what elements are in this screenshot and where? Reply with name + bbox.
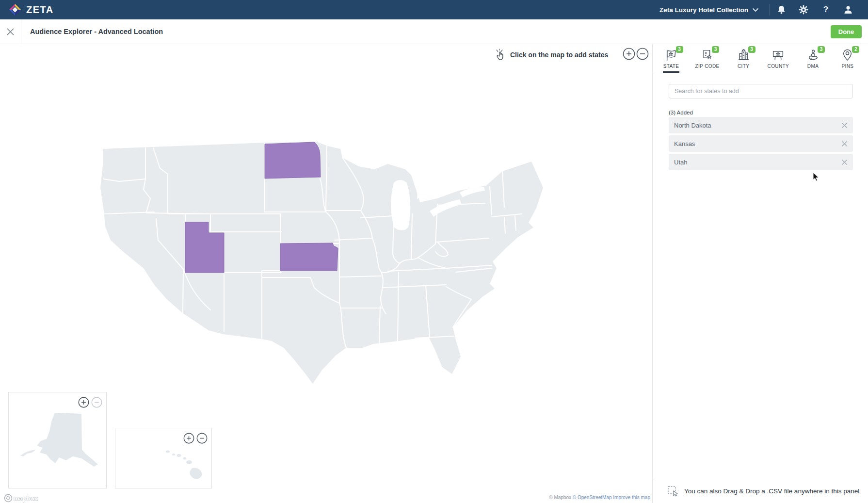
zeta-logo-icon (9, 3, 21, 16)
minus-icon (196, 433, 208, 444)
account-selector[interactable]: Zeta Luxury Hotel Collection (659, 6, 770, 14)
tab-county[interactable]: COUNTY (768, 44, 789, 73)
help-icon: ? (823, 5, 828, 15)
settings-button[interactable] (792, 5, 815, 15)
user-icon (843, 5, 853, 15)
close-icon (6, 28, 15, 36)
attribution-mapbox: © Mapbox (549, 495, 571, 500)
page-title: Audience Explorer - Advanced Location (30, 28, 163, 35)
remove-x-icon (841, 122, 848, 129)
brand-name: ZETA (26, 4, 54, 16)
tab-zip-badge: 3 (712, 46, 719, 53)
alaska-zoom-out-button[interactable] (91, 397, 102, 410)
gear-icon (799, 5, 808, 15)
hawaii-inset-map[interactable] (115, 428, 212, 488)
map-zoom-out-button[interactable] (636, 48, 649, 60)
user-menu-button[interactable] (837, 5, 859, 15)
tab-dma[interactable]: 3 DMA (803, 44, 824, 73)
remove-x-icon (841, 159, 848, 165)
top-navbar: ZETA Zeta Luxury Hotel Collection (0, 0, 868, 19)
mapbox-logo[interactable]: mapbox (4, 494, 40, 503)
state-search-input[interactable] (669, 84, 853, 98)
notifications-button[interactable] (770, 5, 792, 15)
tab-city[interactable]: 3 CITY (733, 44, 754, 73)
hawaii-zoom-out-button[interactable] (196, 433, 208, 446)
added-states-list: North Dakota Kansas Utah (669, 117, 853, 170)
tab-dma-badge: 3 (818, 46, 825, 53)
tab-zip-code[interactable]: 3 ZIP CODE (695, 44, 719, 73)
csv-drop-hint: You can also Drag & Drop a .CSV file any… (653, 479, 868, 503)
list-item: Kansas (669, 135, 853, 152)
list-item: North Dakota (669, 117, 853, 133)
tab-pins[interactable]: 2 PINS (837, 44, 858, 73)
remove-state-button[interactable] (841, 159, 848, 165)
minus-icon (91, 397, 102, 408)
hawaii-zoom-in-button[interactable] (183, 433, 194, 446)
added-count-label: (3) Added (669, 110, 693, 115)
page-header: Audience Explorer - Advanced Location Do… (0, 19, 868, 44)
map-hint: Click on the map to add states (495, 49, 608, 61)
tap-icon (495, 49, 506, 61)
added-state-name: Kansas (674, 140, 695, 147)
mapbox-logo-icon: mapbox (4, 494, 40, 503)
location-type-tabs: 3 STATE 3 ZIP CODE (653, 44, 868, 73)
close-button[interactable] (0, 19, 21, 44)
alaska-zoom-in-button[interactable] (78, 397, 89, 410)
svg-text:mapbox: mapbox (14, 495, 38, 502)
zeta-brand[interactable]: ZETA (9, 3, 54, 16)
state-north-dakota[interactable] (265, 142, 321, 178)
map-attribution: © Mapbox © OpenStreetMap Improve this ma… (549, 495, 650, 500)
plus-icon (78, 397, 89, 408)
map-canvas[interactable]: Click on the map to add states (0, 44, 652, 503)
added-state-name: North Dakota (674, 122, 711, 129)
remove-state-button[interactable] (841, 122, 848, 129)
added-state-name: Utah (674, 159, 687, 166)
minus-icon (636, 48, 649, 60)
account-name: Zeta Luxury Hotel Collection (659, 6, 748, 14)
tab-pins-badge: 2 (852, 46, 859, 53)
map-hint-text: Click on the map to add states (510, 51, 608, 59)
tab-state[interactable]: 3 STATE (660, 44, 682, 73)
location-panel: 3 STATE 3 ZIP CODE (652, 44, 868, 503)
map-zoom-in-button[interactable] (623, 48, 635, 60)
tab-state-badge: 3 (676, 46, 683, 53)
remove-state-button[interactable] (841, 141, 848, 147)
county-sign-icon (772, 49, 785, 62)
help-button[interactable]: ? (815, 5, 837, 15)
list-item: Utah (669, 154, 853, 170)
plus-icon (183, 433, 194, 444)
plus-icon (623, 48, 635, 60)
drag-drop-icon (667, 486, 679, 497)
done-button[interactable]: Done (831, 25, 862, 38)
attribution-improve-link[interactable]: Improve this map (613, 495, 650, 500)
csv-drop-text: You can also Drag & Drop a .CSV file any… (684, 487, 859, 495)
state-kansas[interactable] (280, 243, 338, 271)
attribution-osm-link[interactable]: © OpenStreetMap (573, 495, 612, 500)
alaska-inset-map[interactable] (8, 392, 107, 488)
bell-icon (777, 5, 786, 15)
remove-x-icon (841, 141, 848, 147)
chevron-down-icon (752, 8, 759, 12)
tab-city-badge: 3 (748, 46, 755, 53)
